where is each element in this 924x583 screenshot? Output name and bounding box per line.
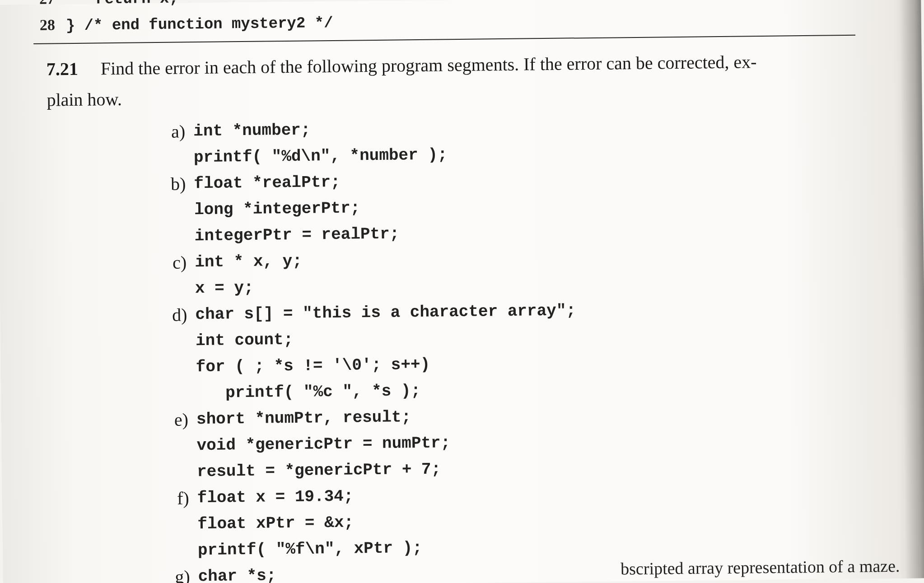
top-code-block: 27return x; 28} /* end function mystery2… xyxy=(33,0,882,39)
line-number-28: 28 xyxy=(33,12,55,37)
item-label-a: a) xyxy=(161,118,186,145)
scanned-page: 27return x; 28} /* end function mystery2… xyxy=(0,0,924,583)
item-c: c) int * x, y; x = y; xyxy=(36,242,885,303)
item-a: a) int *number; printf( "%d\n", *number … xyxy=(34,111,884,173)
code-g: char *s; printf( "%s\n", s ); xyxy=(198,562,393,583)
code-d-l4: printf( "%c ", *s ); xyxy=(196,382,420,402)
item-d: d) char s[] = "this is a character array… xyxy=(36,294,886,408)
code-b: float *realPtr; long *integerPtr; intege… xyxy=(194,168,399,249)
item-label-f: f) xyxy=(164,485,189,512)
code-b-l2: long *integerPtr; xyxy=(194,199,360,219)
code-c-l2: x = y; xyxy=(195,279,254,298)
code-d-l3: for ( ; *s != '\0'; s++) xyxy=(196,355,430,376)
item-b: b) float *realPtr; long *integerPtr; int… xyxy=(35,163,885,251)
question-text-1: Find the error in each of the following … xyxy=(101,51,757,79)
item-e: e) short *numPtr, result; void *genericP… xyxy=(37,399,887,487)
code-d: char s[] = "this is a character array"; … xyxy=(195,298,577,406)
code-b-l1: float *realPtr; xyxy=(194,173,340,193)
code-c-l1: int * x, y; xyxy=(195,252,302,271)
code-a-l1: int *number; xyxy=(193,121,311,140)
code-text-27: return x; xyxy=(95,0,178,8)
item-label-g: g) xyxy=(165,564,190,583)
code-f-l2: float xPtr = &x; xyxy=(197,513,354,534)
code-d-l1: char s[] = "this is a character array"; xyxy=(195,301,576,324)
question-number: 7.21 xyxy=(46,53,101,84)
bottom-cutoff-text: bscripted array representation of a maze… xyxy=(621,556,900,578)
code-g-l1: char *s; xyxy=(198,566,276,583)
code-f: float x = 19.34; float xPtr = &x; printf… xyxy=(197,483,422,564)
page-edge-shadow xyxy=(899,0,924,578)
code-b-l3: integerPtr = realPtr; xyxy=(194,224,399,245)
code-a: int *number; printf( "%d\n", *number ); xyxy=(193,116,448,171)
code-f-l1: float x = 19.34; xyxy=(197,487,354,508)
code-e-l1: short *numPtr, result; xyxy=(196,408,411,429)
item-label-c: c) xyxy=(162,249,187,276)
code-d-l2: int count; xyxy=(196,331,293,350)
code-e-l3: result = *genericPtr + 7; xyxy=(197,460,441,481)
code-f-l3: printf( "%f\n", xPtr ); xyxy=(198,539,422,560)
question-block: 7.21Find the error in each of the follow… xyxy=(46,46,851,116)
code-a-l2: printf( "%d\n", *number ); xyxy=(194,145,448,167)
code-e-l2: void *genericPtr = numPtr; xyxy=(196,434,450,455)
item-label-e: e) xyxy=(164,406,189,433)
page-content: 27return x; 28} /* end function mystery2… xyxy=(33,0,889,583)
code-text-28: } /* end function mystery2 */ xyxy=(66,14,333,34)
items-list: a) int *number; printf( "%d\n", *number … xyxy=(34,111,888,583)
item-label-d: d) xyxy=(163,302,187,328)
code-e: short *numPtr, result; void *genericPtr … xyxy=(196,404,451,485)
item-label-b: b) xyxy=(161,171,186,197)
code-c: int * x, y; x = y; xyxy=(195,248,303,302)
item-f: f) float x = 19.34; float xPtr = &x; pri… xyxy=(38,478,888,565)
line-number-27: 27 xyxy=(33,0,55,12)
